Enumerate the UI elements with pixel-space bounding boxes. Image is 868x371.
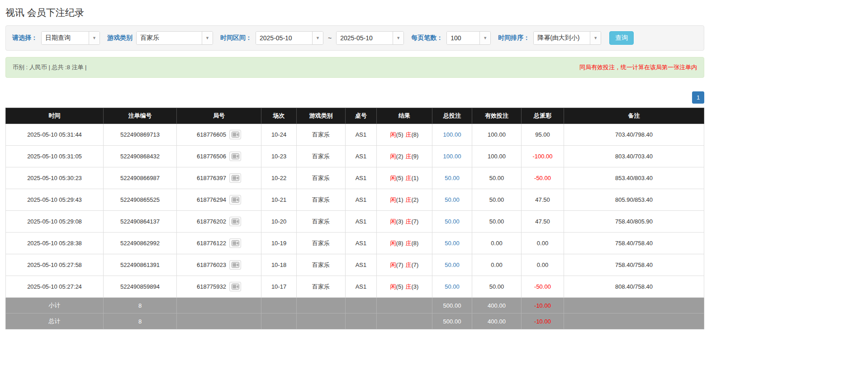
round-number: 618776202 bbox=[197, 218, 226, 225]
valid-bet-notice: 同局有效投注，统一计算在该局第一张注单内 bbox=[579, 63, 697, 71]
table-row: 2025-05-10 05:31:05 522490868432 6187765… bbox=[6, 146, 704, 167]
sort-order-select[interactable]: ▼ bbox=[533, 31, 601, 45]
sort-order-input[interactable] bbox=[534, 32, 590, 44]
cell-table-no: AS1 bbox=[346, 211, 377, 233]
col-header-valid-bet: 有效投注 bbox=[472, 108, 522, 124]
col-header-game: 游戏类别 bbox=[297, 108, 346, 124]
round-number: 618776122 bbox=[197, 240, 226, 247]
cell-round: 618776023 bbox=[177, 254, 261, 276]
cell-time: 2025-05-10 05:29:43 bbox=[6, 189, 104, 211]
chevron-down-icon[interactable]: ▼ bbox=[590, 32, 601, 44]
video-icon bbox=[232, 132, 239, 138]
cell-game: 百家乐 bbox=[297, 211, 346, 233]
table-body: 2025-05-10 05:31:44 522490869713 6187766… bbox=[6, 124, 704, 298]
table-header: 时间 注单编号 局号 场次 游戏类别 桌号 结果 总投注 有效投注 总派彩 备注 bbox=[6, 108, 704, 124]
table-row: 2025-05-10 05:31:44 522490869713 6187766… bbox=[6, 124, 704, 146]
result-banker-score: (7) bbox=[412, 262, 419, 268]
cell-total-bet[interactable]: 50.00 bbox=[432, 254, 472, 276]
total-count: 8 bbox=[104, 314, 177, 329]
query-type-label: 请选择： bbox=[12, 34, 38, 42]
col-header-note: 备注 bbox=[564, 108, 704, 124]
cell-bet-id: 522490866987 bbox=[104, 167, 177, 189]
page-size-input[interactable] bbox=[447, 32, 479, 44]
round-number: 618776506 bbox=[197, 153, 226, 160]
chevron-down-icon[interactable]: ▼ bbox=[89, 32, 100, 44]
video-replay-button[interactable] bbox=[229, 130, 241, 139]
cell-round: 618776506 bbox=[177, 146, 261, 167]
cell-total-bet[interactable]: 100.00 bbox=[432, 124, 472, 146]
cell-payout: 95.00 bbox=[522, 124, 564, 146]
chevron-down-icon[interactable]: ▼ bbox=[312, 32, 323, 44]
cell-total-bet[interactable]: 100.00 bbox=[432, 146, 472, 167]
game-type-label: 游戏类别 bbox=[107, 34, 133, 42]
cell-table-no: AS1 bbox=[346, 189, 377, 211]
cell-total-bet[interactable]: 50.00 bbox=[432, 211, 472, 233]
cell-payout: -50.00 bbox=[522, 167, 564, 189]
result-banker-score: (1) bbox=[412, 175, 419, 181]
video-replay-button[interactable] bbox=[229, 238, 241, 248]
col-header-bet-id: 注单编号 bbox=[104, 108, 177, 124]
col-header-payout: 总派彩 bbox=[522, 108, 564, 124]
result-banker: 庄 bbox=[406, 175, 412, 181]
cell-total-bet[interactable]: 50.00 bbox=[432, 189, 472, 211]
date-to-input[interactable] bbox=[337, 32, 393, 44]
result-player: 闲 bbox=[390, 196, 396, 203]
video-replay-button[interactable] bbox=[229, 152, 241, 161]
game-type-input[interactable] bbox=[137, 32, 202, 44]
total-valid-bet: 400.00 bbox=[472, 314, 522, 329]
cell-time: 2025-05-10 05:30:23 bbox=[6, 167, 104, 189]
result-player: 闲 bbox=[390, 153, 396, 160]
video-replay-button[interactable] bbox=[229, 282, 241, 291]
cell-valid-bet: 50.00 bbox=[472, 167, 522, 189]
video-icon bbox=[232, 219, 239, 224]
game-type-select[interactable]: ▼ bbox=[136, 31, 213, 45]
search-button[interactable]: 查询 bbox=[609, 31, 634, 45]
video-replay-button[interactable] bbox=[229, 173, 241, 183]
video-replay-button[interactable] bbox=[229, 217, 241, 226]
cell-time: 2025-05-10 05:29:08 bbox=[6, 211, 104, 233]
query-type-select[interactable]: ▼ bbox=[41, 31, 100, 45]
video-icon bbox=[232, 284, 239, 290]
cell-round: 618775932 bbox=[177, 276, 261, 298]
cell-total-bet[interactable]: 50.00 bbox=[432, 167, 472, 189]
result-player: 闲 bbox=[390, 283, 396, 290]
cell-bet-id: 522490859894 bbox=[104, 276, 177, 298]
cell-note: 808.40/758.40 bbox=[564, 276, 704, 298]
page-size-select[interactable]: ▼ bbox=[446, 31, 491, 45]
cell-note: 853.40/803.40 bbox=[564, 167, 704, 189]
date-from-input[interactable] bbox=[256, 32, 312, 44]
result-player-score: (1) bbox=[396, 196, 403, 203]
cell-session: 10-21 bbox=[261, 189, 297, 211]
video-replay-button[interactable] bbox=[229, 195, 241, 205]
cell-bet-id: 522490865525 bbox=[104, 189, 177, 211]
cell-valid-bet: 50.00 bbox=[472, 211, 522, 233]
cell-game: 百家乐 bbox=[297, 146, 346, 167]
cell-game: 百家乐 bbox=[297, 276, 346, 298]
cell-total-bet[interactable]: 50.00 bbox=[432, 276, 472, 298]
table-row: 2025-05-10 05:29:08 522490864137 6187762… bbox=[6, 211, 704, 233]
result-player-score: (2) bbox=[396, 153, 403, 160]
total-label: 总计 bbox=[6, 314, 104, 329]
page-number-button[interactable]: 1 bbox=[692, 91, 704, 104]
chevron-down-icon[interactable]: ▼ bbox=[479, 32, 490, 44]
result-player: 闲 bbox=[390, 218, 396, 225]
chevron-down-icon[interactable]: ▼ bbox=[202, 32, 213, 44]
query-type-input[interactable] bbox=[42, 32, 89, 44]
cell-session: 10-20 bbox=[261, 211, 297, 233]
date-to-picker[interactable]: ▼ bbox=[336, 31, 404, 45]
subtotal-payout: -10.00 bbox=[522, 298, 564, 314]
chevron-down-icon[interactable]: ▼ bbox=[393, 32, 403, 44]
result-banker: 庄 bbox=[406, 196, 412, 203]
col-header-table-no: 桌号 bbox=[346, 108, 377, 124]
cell-valid-bet: 50.00 bbox=[472, 189, 522, 211]
cell-session: 10-17 bbox=[261, 276, 297, 298]
cell-note: 758.40/758.40 bbox=[564, 254, 704, 276]
round-number: 618776397 bbox=[197, 175, 226, 181]
video-replay-button[interactable] bbox=[229, 260, 241, 270]
cell-result: 闲(8)庄(8) bbox=[377, 233, 432, 254]
date-from-picker[interactable]: ▼ bbox=[256, 31, 323, 45]
cell-total-bet[interactable]: 50.00 bbox=[432, 233, 472, 254]
cell-session: 10-18 bbox=[261, 254, 297, 276]
cell-bet-id: 522490861391 bbox=[104, 254, 177, 276]
cell-game: 百家乐 bbox=[297, 167, 346, 189]
